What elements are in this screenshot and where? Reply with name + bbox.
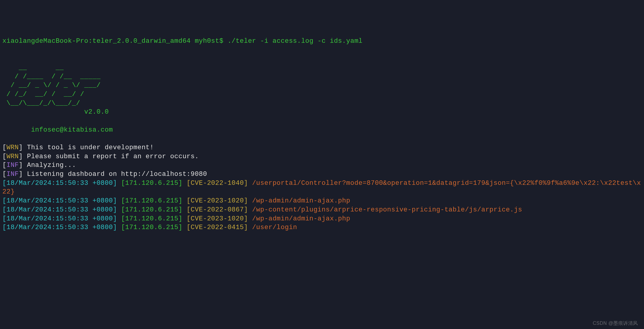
bracket: [: [2, 170, 7, 178]
log-cve: [CVE-2022-0415]: [187, 224, 248, 231]
log-path: /user/login: [252, 224, 297, 231]
warn-message: This tool is under development!: [23, 144, 154, 151]
log-timestamp: [18/Mar/2024:15:50:33 +0800]: [2, 179, 117, 187]
warn-tag: WRN: [7, 144, 19, 151]
log-cve: [CVE-2022-1040]: [187, 179, 248, 187]
log-ip: [171.120.6.215]: [121, 179, 183, 187]
bracket: ]: [19, 144, 23, 151]
log-ip: [171.120.6.215]: [121, 224, 183, 231]
log-cve: [CVE-2023-1020]: [187, 197, 248, 205]
log-timestamp: [18/Mar/2024:15:50:33 +0800]: [2, 197, 117, 205]
log-timestamp: [18/Mar/2024:15:50:33 +0800]: [2, 224, 117, 231]
bracket: ]: [19, 170, 23, 178]
bracket: ]: [19, 162, 23, 169]
log-path: /wp-admin/admin-ajax.php: [252, 197, 350, 205]
log-timestamp: [18/Mar/2024:15:50:33 +0800]: [2, 215, 117, 223]
bracket: [: [2, 144, 7, 151]
log-timestamp: [18/Mar/2024:15:50:33 +0800]: [2, 206, 117, 214]
version-label: v2.0.0: [84, 108, 109, 116]
bracket: ]: [19, 153, 23, 160]
log-cve: [CVE-2023-1020]: [187, 215, 248, 223]
bracket: [: [2, 162, 7, 169]
info-tag: INF: [7, 162, 19, 169]
info-message: Listening dashboard on http://localhost:…: [23, 170, 207, 178]
log-ip: [171.120.6.215]: [121, 215, 183, 223]
shell-command: ./teler -i access.log -c ids.yaml: [228, 37, 363, 45]
log-ip: [171.120.6.215]: [121, 206, 183, 214]
info-message: Analyzing...: [23, 162, 76, 169]
ascii-logo: __ __ / /____ / /__ _____ / __/ _ \/ / _…: [2, 64, 101, 107]
log-path: /wp-admin/admin-ajax.php: [252, 215, 350, 223]
log-path: /wp-content/plugins/arprice-responsive-p…: [252, 206, 522, 214]
log-ip: [171.120.6.215]: [121, 197, 183, 205]
warn-tag: WRN: [7, 153, 19, 160]
bracket: [: [2, 153, 7, 160]
warn-message: Please submit a report if an error occur…: [23, 153, 199, 160]
info-tag: INF: [7, 170, 19, 178]
contact-email: infosec@kitabisa.com: [31, 126, 113, 134]
shell-prompt: xiaolangdeMacBook-Pro:teler_2.0.0_darwin…: [2, 37, 228, 45]
log-cve: [CVE-2022-0867]: [187, 206, 248, 214]
